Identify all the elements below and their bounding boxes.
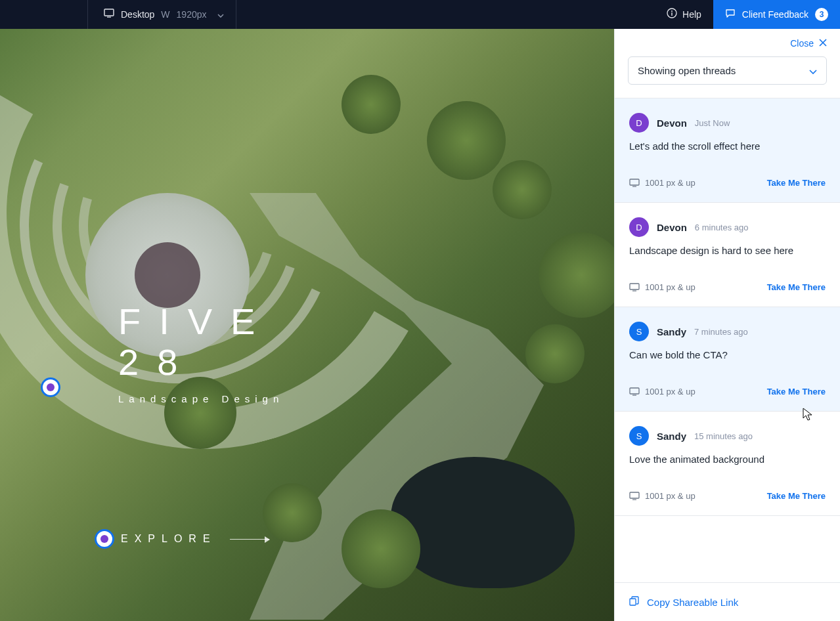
thread-timestamp: 15 minutes ago bbox=[694, 431, 753, 441]
thread-username: Devon bbox=[657, 222, 687, 233]
copy-link-label: Copy Shareable Link bbox=[647, 597, 738, 608]
width-value: 1920px bbox=[177, 9, 207, 20]
hero-title-line2: 28 bbox=[118, 342, 273, 383]
take-me-there-link[interactable]: Take Me There bbox=[767, 178, 826, 188]
svg-rect-12 bbox=[632, 500, 636, 500]
chat-icon bbox=[725, 8, 736, 21]
info-icon bbox=[667, 8, 677, 21]
breakpoint-label: Desktop bbox=[121, 9, 154, 20]
thread-username: Devon bbox=[657, 118, 687, 129]
svg-rect-11 bbox=[630, 492, 639, 498]
desktop-icon bbox=[104, 9, 114, 20]
breakpoint-info: 1001 px & up bbox=[629, 282, 696, 292]
feedback-label: Client Feedback bbox=[742, 9, 808, 20]
take-me-there-link[interactable]: Take Me There bbox=[767, 282, 826, 292]
thread-message: Let's add the scroll effect here bbox=[629, 140, 826, 152]
chevron-down-icon bbox=[809, 65, 817, 76]
svg-rect-8 bbox=[632, 291, 636, 291]
svg-rect-1 bbox=[107, 17, 111, 18]
close-label: Close bbox=[790, 38, 814, 49]
explore-link[interactable]: EXPLORE bbox=[95, 529, 269, 549]
thread-username: Sandy bbox=[657, 431, 686, 442]
copy-shareable-link-button[interactable]: Copy Shareable Link bbox=[629, 596, 826, 608]
svg-rect-9 bbox=[630, 388, 639, 394]
help-label: Help bbox=[682, 9, 701, 20]
thread-message: Landscape design is hard to see here bbox=[629, 245, 826, 256]
hero-title-line1: FIVE bbox=[118, 301, 273, 342]
feedback-thread[interactable]: S Sandy 15 minutes ago Love the animated… bbox=[615, 412, 840, 516]
chevron-down-icon bbox=[217, 9, 224, 20]
top-bar: Desktop W 1920px Help Client Feedback 3 bbox=[0, 0, 840, 29]
hero-title: FIVE 28 bbox=[118, 301, 273, 382]
feedback-marker[interactable] bbox=[41, 377, 60, 397]
close-panel-button[interactable]: Close bbox=[628, 38, 827, 49]
avatar: D bbox=[629, 217, 649, 237]
avatar: D bbox=[629, 113, 649, 133]
svg-rect-4 bbox=[671, 12, 672, 16]
avatar: S bbox=[629, 322, 649, 341]
svg-rect-7 bbox=[630, 284, 639, 289]
close-icon bbox=[819, 38, 827, 49]
avatar: S bbox=[629, 426, 649, 446]
thread-list: D Devon Just Now Let's add the scroll ef… bbox=[615, 98, 840, 582]
arrow-right-icon bbox=[230, 539, 269, 540]
thread-message: Love the animated background bbox=[629, 454, 826, 465]
svg-rect-6 bbox=[632, 186, 636, 187]
feedback-thread[interactable]: S Sandy 7 minutes ago Can we bold the CT… bbox=[615, 307, 840, 412]
svg-rect-10 bbox=[632, 395, 636, 396]
breakpoint-info: 1001 px & up bbox=[629, 178, 696, 188]
client-feedback-button[interactable]: Client Feedback 3 bbox=[713, 0, 840, 29]
svg-point-3 bbox=[671, 11, 673, 12]
breakpoint-selector[interactable]: Desktop W 1920px bbox=[87, 0, 236, 29]
copy-icon bbox=[629, 596, 639, 608]
explore-label: EXPLORE bbox=[121, 533, 217, 545]
svg-rect-5 bbox=[630, 179, 639, 185]
thread-username: Sandy bbox=[657, 326, 686, 337]
take-me-there-link[interactable]: Take Me There bbox=[767, 387, 826, 396]
feedback-thread[interactable]: D Devon Just Now Let's add the scroll ef… bbox=[615, 98, 840, 203]
svg-rect-13 bbox=[630, 599, 636, 605]
hero-subtitle: Landscape Design bbox=[118, 393, 284, 404]
thread-timestamp: Just Now bbox=[695, 118, 730, 128]
thread-timestamp: 6 minutes ago bbox=[695, 223, 749, 232]
feedback-count-badge: 3 bbox=[815, 8, 828, 21]
feedback-marker[interactable] bbox=[95, 529, 114, 549]
thread-message: Can we bold the CTA? bbox=[629, 349, 826, 360]
filter-value: Showing open threads bbox=[638, 65, 736, 76]
breakpoint-info: 1001 px & up bbox=[629, 491, 696, 501]
preview-canvas[interactable]: FIVE 28 Landscape Design EXPLORE bbox=[0, 29, 614, 621]
thread-filter-select[interactable]: Showing open threads bbox=[628, 56, 827, 85]
svg-rect-0 bbox=[104, 9, 114, 16]
feedback-sidebar: Close Showing open threads D Devon Just … bbox=[614, 29, 840, 621]
breakpoint-info: 1001 px & up bbox=[629, 387, 696, 396]
feedback-thread[interactable]: D Devon 6 minutes ago Landscape design i… bbox=[615, 203, 840, 307]
help-button[interactable]: Help bbox=[655, 0, 713, 29]
thread-timestamp: 7 minutes ago bbox=[694, 327, 748, 337]
width-letter: W bbox=[161, 9, 169, 20]
take-me-there-link[interactable]: Take Me There bbox=[767, 491, 826, 501]
